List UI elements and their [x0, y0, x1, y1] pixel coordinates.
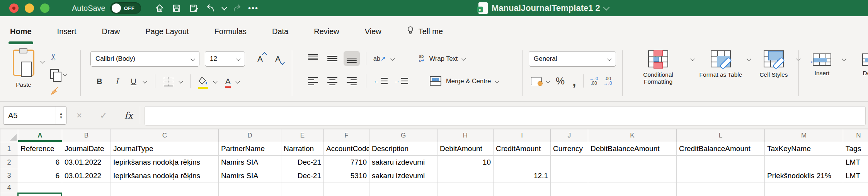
tab-draw[interactable]: Draw: [101, 19, 121, 44]
cell-K2[interactable]: [588, 156, 677, 169]
format-as-table-button[interactable]: Format as Table: [698, 50, 744, 78]
cell-A4[interactable]: [18, 182, 62, 193]
increase-decimal-button[interactable]: .00→.0: [604, 76, 612, 86]
cell-J2[interactable]: [551, 156, 588, 169]
cell-H4[interactable]: [437, 182, 494, 193]
cell-J4[interactable]: [551, 182, 588, 193]
cell-E1[interactable]: Narration: [281, 142, 324, 156]
cell-N2[interactable]: LMT: [843, 156, 868, 169]
name-box-stepper[interactable]: ▲ ▼: [56, 107, 66, 124]
cell-G3[interactable]: sakaru izdevumi: [369, 169, 437, 182]
cell-A3[interactable]: 6: [18, 169, 62, 182]
font-color-button[interactable]: A: [225, 77, 231, 86]
cell-E2[interactable]: Dec-21: [281, 156, 324, 169]
cell-C5[interactable]: [111, 193, 219, 196]
format-painter-button[interactable]: [50, 86, 60, 98]
cell-N5[interactable]: [843, 193, 868, 196]
stepper-up-icon[interactable]: ▲: [60, 112, 63, 115]
undo-icon[interactable]: [205, 2, 216, 14]
paste-button[interactable]: Paste: [10, 50, 37, 88]
cell-C2[interactable]: Iepirkšanas nodokļa rēķins: [111, 156, 219, 169]
paste-dropdown-chevron-icon[interactable]: [40, 59, 44, 63]
orientation-dropdown-chevron-icon[interactable]: [390, 56, 395, 60]
save-icon[interactable]: [171, 2, 182, 14]
name-box[interactable]: A5 ▲ ▼: [3, 106, 66, 125]
close-window-button[interactable]: [9, 3, 19, 13]
cell-B5[interactable]: [62, 193, 111, 196]
cell-J1[interactable]: Currency: [551, 142, 588, 156]
cell-I3[interactable]: 12.1: [494, 169, 551, 182]
cell-M2[interactable]: [765, 156, 843, 169]
conditional-formatting-chevron-icon[interactable]: [690, 57, 694, 61]
cell-B1[interactable]: JournalDate: [62, 142, 111, 156]
delete-cells-button[interactable]: × Delete: [855, 50, 868, 77]
tab-insert[interactable]: Insert: [56, 19, 77, 44]
insert-function-icon[interactable]: fx: [124, 102, 133, 129]
cut-button[interactable]: ✂: [50, 52, 57, 62]
conditional-formatting-button[interactable]: Conditional Formatting: [629, 50, 687, 85]
cell-G2[interactable]: sakaru izdevumi: [369, 156, 437, 169]
underline-button[interactable]: U: [131, 77, 136, 86]
cell-L3[interactable]: [677, 169, 765, 182]
tab-formulas[interactable]: Formulas: [214, 19, 247, 44]
italic-button[interactable]: I: [115, 77, 118, 86]
cell-I1[interactable]: CreditAmount: [494, 142, 551, 156]
percent-style-button[interactable]: %: [556, 75, 565, 87]
cell-C1[interactable]: JournalType: [111, 142, 219, 156]
row-header-4[interactable]: 4: [0, 182, 18, 193]
accounting-format-icon[interactable]: [531, 77, 542, 85]
bold-button[interactable]: B: [97, 77, 102, 86]
column-header-B[interactable]: B: [62, 129, 111, 142]
cell-D3[interactable]: Namirs SIA: [219, 169, 281, 182]
cell-G1[interactable]: Description: [369, 142, 437, 156]
column-header-L[interactable]: L: [677, 129, 765, 142]
save-as-icon[interactable]: [188, 2, 199, 14]
cell-M1[interactable]: TaxKeyName: [765, 142, 843, 156]
tab-page-layout[interactable]: Page Layout: [145, 19, 189, 44]
cell-A2[interactable]: 6: [18, 156, 62, 169]
column-header-E[interactable]: E: [281, 129, 324, 142]
autosave-toggle[interactable]: OFF: [110, 2, 141, 14]
cell-L2[interactable]: [677, 156, 765, 169]
borders-button[interactable]: [164, 77, 173, 86]
decrease-font-size-button[interactable]: A: [275, 54, 281, 64]
font-size-select[interactable]: 12: [205, 51, 245, 67]
increase-indent-button[interactable]: →: [394, 77, 408, 84]
cell-N4[interactable]: [843, 182, 868, 193]
home-icon[interactable]: [154, 2, 165, 14]
cell-B4[interactable]: [62, 182, 111, 193]
column-header-H[interactable]: H: [437, 129, 494, 142]
format-as-table-chevron-icon[interactable]: [747, 57, 751, 61]
column-header-D[interactable]: D: [219, 129, 281, 142]
merge-centre-dropdown-chevron-icon[interactable]: [495, 79, 499, 83]
minimize-window-button[interactable]: [25, 3, 34, 13]
number-format-select[interactable]: General: [529, 51, 616, 67]
cell-B2[interactable]: 03.01.2022: [62, 156, 111, 169]
column-header-M[interactable]: M: [765, 129, 843, 142]
cell-L1[interactable]: CreditBalanceAmount: [677, 142, 765, 156]
column-header-C[interactable]: C: [111, 129, 219, 142]
tab-review[interactable]: Review: [313, 19, 340, 44]
title-dropdown-chevron-icon[interactable]: [603, 4, 609, 11]
cell-styles-button[interactable]: Cell Styles: [754, 50, 793, 78]
undo-dropdown-chevron-icon[interactable]: [221, 5, 227, 10]
more-commands-icon[interactable]: •••: [248, 4, 259, 13]
select-all-corner[interactable]: [0, 129, 18, 142]
copy-dropdown-chevron-icon[interactable]: [63, 72, 67, 76]
insert-cells-chevron-icon[interactable]: [842, 57, 846, 61]
column-header-A[interactable]: A: [18, 129, 62, 142]
column-header-N[interactable]: N: [843, 129, 868, 142]
cell-C4[interactable]: [111, 182, 219, 193]
cell-C3[interactable]: Iepirkšanas nodokļa rēķins: [111, 169, 219, 182]
column-header-F[interactable]: F: [324, 129, 369, 142]
column-header-K[interactable]: K: [588, 129, 677, 142]
font-name-select[interactable]: Calibri (Body): [90, 51, 199, 67]
fill-color-button[interactable]: [198, 76, 208, 86]
align-bottom-button[interactable]: [344, 51, 360, 66]
tab-home[interactable]: Home: [9, 19, 32, 44]
cell-M4[interactable]: [765, 182, 843, 193]
cell-K4[interactable]: [588, 182, 677, 193]
cell-D4[interactable]: [219, 182, 281, 193]
column-header-J[interactable]: J: [551, 129, 588, 142]
row-header-5[interactable]: [0, 193, 18, 196]
